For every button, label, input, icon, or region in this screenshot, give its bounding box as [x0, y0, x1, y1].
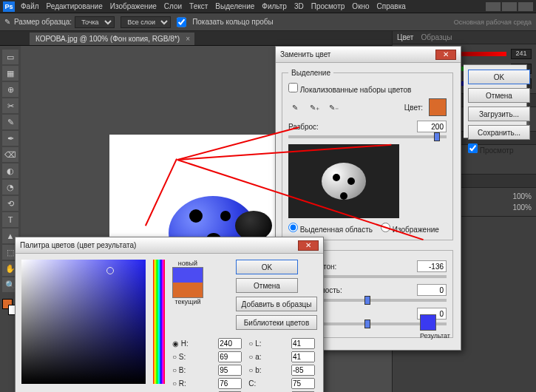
show-ring-check[interactable]: [177, 16, 186, 28]
r-value[interactable]: 241: [511, 49, 532, 59]
tool-gradient[interactable]: ◐: [2, 163, 18, 178]
selection-color-chip[interactable]: [429, 98, 447, 116]
result-label: Результат: [420, 332, 450, 339]
menu-edit[interactable]: Редактирование: [47, 2, 103, 10]
color-field-cursor: [106, 267, 114, 274]
color-libraries-button[interactable]: Библиотеки цветов: [236, 315, 317, 330]
current-color-label: текущий: [172, 298, 203, 305]
window-close[interactable]: [518, 2, 533, 11]
tab-color[interactable]: Цвет: [397, 33, 413, 41]
new-color-label: новый: [172, 260, 203, 267]
tool-dodge[interactable]: ◔: [2, 180, 18, 195]
dialog-close-icon[interactable]: ✕: [435, 50, 456, 60]
tool-pen[interactable]: ⟲: [2, 196, 18, 211]
dialog-close-icon[interactable]: ✕: [298, 240, 319, 251]
localized-clusters-label: Локализованные наборы цветов: [300, 86, 411, 94]
eyedropper-icon[interactable]: ✎: [288, 101, 302, 114]
radio-selection[interactable]: [288, 223, 298, 232]
eyedropper-sub-icon[interactable]: ✎₋: [327, 101, 340, 114]
menu-image[interactable]: Изображение: [110, 2, 157, 10]
app-logo: Ps: [3, 1, 15, 12]
document-tab-label: КОРОВА.jpg @ 100% (Фон копия, RGB/8*): [35, 35, 180, 43]
menu-help[interactable]: Справка: [377, 2, 406, 10]
picker-ok-button[interactable]: OK: [236, 260, 298, 274]
ok-button[interactable]: OK: [468, 70, 530, 84]
eyedropper-add-icon[interactable]: ✎₊: [308, 101, 321, 114]
sample-size-select[interactable]: Точка: [75, 16, 115, 28]
selection-preview: [288, 144, 399, 218]
tab-swatches[interactable]: Образцы: [421, 33, 452, 41]
lb-input[interactable]: [291, 365, 315, 376]
selection-legend: Выделение: [288, 69, 333, 77]
fill-value[interactable]: 100%: [512, 203, 532, 212]
save-button[interactable]: Сохранить...: [468, 125, 530, 140]
fuzziness-slider[interactable]: [288, 135, 447, 138]
tool-type[interactable]: T: [2, 212, 18, 227]
color-picker-dialog: Палитра цветов (цвет результата) ✕ новый…: [15, 237, 324, 392]
tool-eyedropper[interactable]: ✎: [2, 115, 18, 129]
menu-view[interactable]: Просмотр: [311, 2, 345, 10]
tool-marquee[interactable]: ▦: [2, 66, 18, 81]
document-tab-close-icon[interactable]: ×: [186, 35, 190, 43]
picker-cancel-button[interactable]: Отмена: [236, 278, 298, 293]
localized-clusters-check[interactable]: [288, 83, 298, 92]
tool-crop[interactable]: ✂: [2, 98, 18, 113]
hue-input[interactable]: [417, 260, 447, 272]
l-input[interactable]: [291, 338, 315, 349]
swatch-pair[interactable]: [172, 267, 203, 298]
load-button[interactable]: Загрузить...: [468, 107, 530, 121]
menu-filter[interactable]: Фильтр: [262, 2, 287, 10]
window-maximize[interactable]: [502, 2, 517, 11]
show-ring-label: Показать кольцо пробы: [192, 18, 274, 26]
color-field[interactable]: [21, 260, 146, 384]
sample-layers-select[interactable]: Все слои: [121, 16, 171, 28]
options-bar: ✎ Размер образца: Точка Все слои Показат…: [0, 13, 536, 31]
c-input[interactable]: [291, 378, 315, 389]
workspace-label[interactable]: Основная рабочая среда: [454, 18, 532, 26]
preview-check-label: Просмотр: [480, 146, 514, 155]
a-input[interactable]: [291, 351, 315, 362]
preview-check[interactable]: [468, 143, 478, 153]
color-picker-title[interactable]: Палитра цветов (цвет результата) ✕: [16, 237, 323, 254]
menu-select[interactable]: Выделение: [215, 2, 254, 10]
tool-eraser[interactable]: ⌫: [2, 147, 18, 162]
tool-brush[interactable]: ✒: [2, 131, 18, 146]
menu-bar: Ps Файл Редактирование Изображение Слои …: [0, 0, 536, 13]
fuzziness-input[interactable]: [417, 121, 447, 132]
add-swatch-button[interactable]: Добавить в образцы: [236, 297, 317, 311]
document-tab[interactable]: КОРОВА.jpg @ 100% (Фон копия, RGB/8*) ×: [30, 33, 194, 45]
color-panel-tabs: Цвет Образцы: [393, 31, 536, 44]
menu-window[interactable]: Окно: [352, 2, 369, 10]
r-input[interactable]: [218, 378, 242, 389]
window-minimize[interactable]: [486, 2, 501, 11]
color-picker-title-text: Палитра цветов (цвет результата): [20, 241, 136, 249]
cancel-button[interactable]: Отмена: [468, 88, 530, 103]
menu-layers[interactable]: Слои: [164, 2, 182, 10]
opacity-value[interactable]: 100%: [512, 192, 532, 200]
hue-ramp[interactable]: [153, 260, 165, 384]
color-label: Цвет:: [404, 104, 423, 112]
tool-move[interactable]: ▭: [2, 50, 18, 64]
bv-input[interactable]: [218, 365, 242, 376]
tool-lasso[interactable]: ⊕: [2, 82, 18, 97]
eyedropper-option-icon: ✎: [4, 18, 10, 26]
sample-size-label: Размер образца:: [14, 18, 72, 26]
replace-color-title[interactable]: Заменить цвет ✕: [276, 47, 461, 63]
menu-3d[interactable]: 3D: [294, 2, 304, 10]
s-input[interactable]: [218, 351, 242, 362]
replace-color-title-text: Заменить цвет: [280, 50, 330, 58]
result-color-chip[interactable]: [420, 314, 436, 331]
menu-file[interactable]: Файл: [21, 2, 39, 10]
menu-text[interactable]: Текст: [189, 2, 208, 10]
h-input[interactable]: [218, 338, 242, 349]
sat-input[interactable]: [417, 284, 447, 296]
